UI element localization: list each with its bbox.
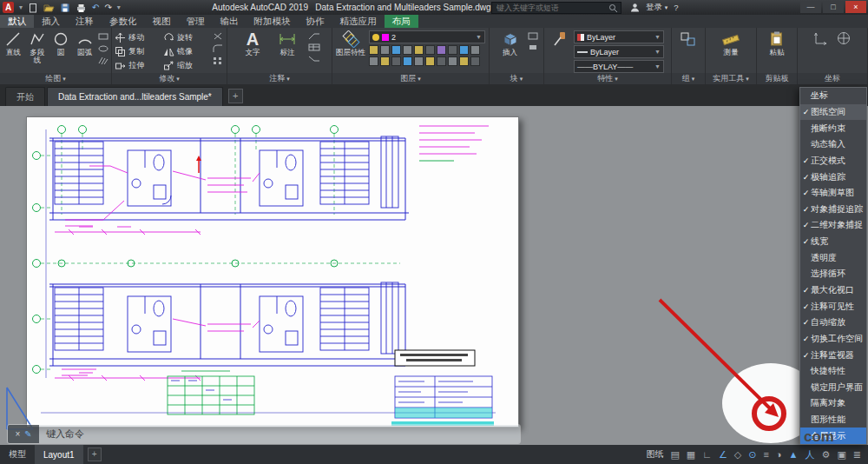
- coordinates-panel-label[interactable]: 坐标: [798, 73, 867, 84]
- help-search-box[interactable]: [491, 2, 621, 14]
- ribbon-tab-manage[interactable]: 管理: [179, 15, 213, 28]
- menu-item-selection-cycling[interactable]: 选择循环: [800, 266, 866, 282]
- insert-block-tool[interactable]: 插入: [496, 30, 525, 56]
- menu-item-switch-workspace[interactable]: ✓切换工作空间: [800, 331, 866, 348]
- search-icon[interactable]: [608, 3, 618, 13]
- ribbon-tab-view[interactable]: 视图: [145, 15, 179, 28]
- modify-extra-tools[interactable]: [213, 30, 223, 65]
- workspace-gear-icon[interactable]: ⚙: [822, 449, 831, 461]
- command-input[interactable]: 键入命令: [39, 425, 520, 443]
- ribbon-tab-collaborate[interactable]: 协作: [299, 15, 332, 28]
- ribbon-tab-addins[interactable]: 附加模块: [247, 15, 299, 28]
- close-command-line-icon[interactable]: ×: [15, 429, 20, 439]
- menu-item-auto-scale[interactable]: ✓自动缩放: [800, 315, 866, 331]
- transparency-icon[interactable]: ◑: [776, 449, 782, 460]
- measure-tool[interactable]: 测量: [715, 30, 746, 56]
- circle-tool[interactable]: 圆: [50, 30, 72, 56]
- object-snap-icon[interactable]: ⊙: [748, 449, 756, 461]
- ribbon-tab-output[interactable]: 输出: [213, 15, 247, 28]
- signin-button[interactable]: 登录 ▾: [646, 2, 667, 13]
- layer-tools-row-2[interactable]: [369, 56, 485, 66]
- match-properties-tool[interactable]: [547, 30, 571, 48]
- new-layout-button[interactable]: +: [88, 447, 102, 461]
- file-tab-document[interactable]: Data Extraction and...ltileaders Sample*: [47, 87, 223, 106]
- menu-item-isolate-objects[interactable]: 隔离对象: [800, 395, 866, 412]
- arc-tool[interactable]: 圆弧: [75, 30, 96, 56]
- autocad-logo-icon[interactable]: A: [3, 2, 14, 13]
- move-tool[interactable]: 移动: [115, 30, 161, 44]
- utilities-panel-label[interactable]: 实用工具: [706, 73, 756, 84]
- menu-item-dynamic-input[interactable]: 动态输入: [800, 136, 866, 153]
- ucs-icon[interactable]: [813, 30, 829, 46]
- annotate-panel-label[interactable]: 注释: [227, 73, 332, 84]
- draw-panel-label[interactable]: 绘图: [0, 73, 111, 84]
- fullscreen-icon[interactable]: ▣: [837, 449, 845, 461]
- menu-item-lineweight[interactable]: ✓线宽: [800, 234, 866, 250]
- mirror-tool[interactable]: 镜像: [163, 44, 210, 58]
- linetype-dropdown[interactable]: ——BYLAY—— ▼: [574, 60, 664, 73]
- blocks-extra-tools[interactable]: [528, 30, 538, 51]
- annotation-visibility-icon[interactable]: ▲: [789, 449, 799, 460]
- redo-icon[interactable]: ↷: [104, 3, 111, 12]
- model-tab[interactable]: 模型: [0, 445, 35, 464]
- menu-item-infer-constraints[interactable]: 推断约束: [800, 120, 866, 136]
- menu-item-lock-ui[interactable]: 锁定用户界面: [800, 380, 866, 396]
- menu-item-2d-object-snap[interactable]: ✓二维对象捕捉: [800, 217, 866, 234]
- customize-icon[interactable]: ≣: [853, 449, 861, 461]
- menu-item-paper-space[interactable]: ✓图纸空间: [800, 104, 866, 121]
- new-file-icon[interactable]: [28, 3, 38, 13]
- ribbon-tab-featured-apps[interactable]: 精选应用: [332, 15, 385, 28]
- plot-icon[interactable]: [76, 3, 87, 13]
- menu-item-annotation-visibility[interactable]: ✓注释可见性: [800, 298, 866, 315]
- annotate-extra-tools[interactable]: [308, 30, 320, 63]
- paste-tool[interactable]: 粘贴: [763, 30, 791, 56]
- menu-item-polar-tracking[interactable]: ✓极轴追踪: [800, 169, 866, 185]
- paper-sheet[interactable]: [26, 116, 519, 428]
- ribbon-tab-annotate[interactable]: 注释: [68, 15, 102, 28]
- file-tab-start[interactable]: 开始: [5, 87, 45, 106]
- user-icon[interactable]: [630, 3, 640, 12]
- paper-model-toggle[interactable]: 图纸: [646, 448, 663, 461]
- ribbon-tab-parametric[interactable]: 参数化: [102, 15, 145, 28]
- draw-extra-tools[interactable]: [98, 30, 108, 65]
- help-icon[interactable]: ?: [674, 3, 678, 12]
- layout1-tab[interactable]: Layout1: [35, 445, 83, 464]
- isodraft-icon[interactable]: ◇: [734, 449, 741, 461]
- stretch-tool[interactable]: 拉伸: [115, 58, 161, 72]
- clipboard-panel-label[interactable]: 剪贴板: [757, 73, 797, 84]
- object-color-dropdown[interactable]: ByLayer ▼: [574, 30, 664, 43]
- snap-icon[interactable]: ▤: [670, 449, 679, 461]
- annotation-scale-icon[interactable]: 人: [806, 448, 815, 461]
- dimension-tool[interactable]: 标注: [273, 30, 301, 56]
- ortho-icon[interactable]: ∟: [702, 449, 712, 460]
- command-line[interactable]: × ✎ 键入命令: [7, 424, 521, 444]
- polyline-tool[interactable]: 多段线: [27, 30, 49, 64]
- search-input[interactable]: [495, 3, 608, 13]
- menu-item-transparency[interactable]: 透明度: [800, 249, 866, 266]
- new-drawing-tab-button[interactable]: +: [228, 89, 243, 103]
- layer-tools-row-1[interactable]: [369, 45, 485, 55]
- blocks-panel-label[interactable]: 块: [490, 73, 543, 84]
- open-file-icon[interactable]: [43, 3, 55, 13]
- copy-tool[interactable]: 复制: [115, 44, 161, 58]
- scale-tool[interactable]: 缩放: [163, 58, 210, 72]
- grid-icon[interactable]: ▦: [687, 449, 695, 461]
- customize-command-line-icon[interactable]: ✎: [24, 429, 31, 439]
- layers-panel-label[interactable]: 图层: [332, 73, 489, 84]
- line-tool[interactable]: 直线: [3, 30, 24, 56]
- menu-item-quick-properties[interactable]: 快捷特性: [800, 363, 866, 380]
- menu-item-coordinates[interactable]: 坐标: [800, 88, 866, 104]
- menu-item-object-snap-tracking[interactable]: ✓对象捕捉追踪: [800, 201, 866, 217]
- properties-panel-label[interactable]: 特性: [544, 73, 671, 84]
- lineweight-icon[interactable]: ≡: [764, 449, 769, 460]
- layer-properties-button[interactable]: 图层特性: [335, 30, 366, 56]
- modify-panel-label[interactable]: 修改: [112, 73, 227, 84]
- rotate-tool[interactable]: 旋转: [163, 30, 210, 44]
- lineweight-dropdown[interactable]: ByLayer ▼: [574, 45, 664, 58]
- ribbon-tab-insert[interactable]: 插入: [34, 15, 68, 28]
- drawing-sheet[interactable]: [27, 117, 518, 427]
- polar-tracking-icon[interactable]: ∠: [719, 449, 727, 461]
- menu-item-annotation-monitor[interactable]: ✓注释监视器: [800, 347, 866, 363]
- maximize-button[interactable]: □: [823, 1, 844, 13]
- text-tool[interactable]: A 文字: [239, 30, 266, 56]
